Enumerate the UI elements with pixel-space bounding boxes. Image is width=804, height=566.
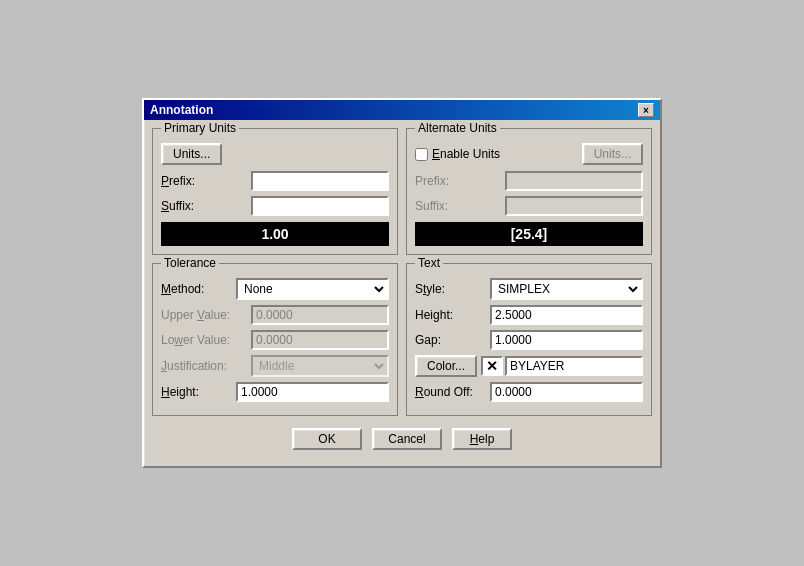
lower-value-row: Lower Value: xyxy=(161,330,389,350)
primary-units-btn-row: Units... xyxy=(161,143,389,165)
lower-value-label: Lower Value: xyxy=(161,333,251,347)
primary-suffix-label: Suffix: xyxy=(161,199,251,213)
color-row: Color... ✕ xyxy=(415,355,643,377)
text-height-row: Height: xyxy=(415,305,643,325)
gap-row: Gap: xyxy=(415,330,643,350)
lower-value-field xyxy=(251,330,389,350)
enable-units-label: Enable Units xyxy=(432,147,500,161)
dialog-content: Primary Units Units... Prefix: Suffix: xyxy=(144,120,660,466)
color-button[interactable]: Color... xyxy=(415,355,477,377)
text-group: Text Style: SIMPLEX STANDARD ROMANC ROMA… xyxy=(406,263,652,416)
gap-input[interactable] xyxy=(490,330,643,350)
upper-value-input[interactable] xyxy=(251,305,389,325)
button-row: OK Cancel Help xyxy=(152,424,652,458)
round-off-input[interactable] xyxy=(490,382,643,402)
alternate-units-legend: Alternate Units xyxy=(415,121,500,135)
tol-height-field xyxy=(236,382,389,402)
gap-field xyxy=(490,330,643,350)
style-label: Style: xyxy=(415,282,490,296)
justification-select[interactable]: Middle Top Bottom xyxy=(251,355,389,377)
primary-preview: 1.00 xyxy=(161,222,389,246)
method-select[interactable]: None Symmetrical Deviation Limits Basic xyxy=(236,278,389,300)
text-legend: Text xyxy=(415,256,443,270)
primary-prefix-row: Prefix: xyxy=(161,171,389,191)
tol-height-label: Height: xyxy=(161,385,236,399)
alt-suffix-input[interactable] xyxy=(505,196,643,216)
alt-preview: [25.4] xyxy=(415,222,643,246)
enable-units-checkbox[interactable] xyxy=(415,148,428,161)
color-x-icon: ✕ xyxy=(481,356,503,376)
primary-units-button[interactable]: Units... xyxy=(161,143,222,165)
text-height-input[interactable] xyxy=(490,305,643,325)
dialog-title: Annotation xyxy=(150,103,213,117)
alt-suffix-field xyxy=(505,196,643,216)
enable-units-row: Enable Units Units... xyxy=(415,143,643,165)
top-row: Primary Units Units... Prefix: Suffix: xyxy=(152,128,652,255)
alternate-units-button[interactable]: Units... xyxy=(582,143,643,165)
method-row: Method: None Symmetrical Deviation Limit… xyxy=(161,278,389,300)
bottom-row: Tolerance Method: None Symmetrical Devia… xyxy=(152,263,652,416)
primary-prefix-input[interactable] xyxy=(251,171,389,191)
ok-button[interactable]: OK xyxy=(292,428,362,450)
style-field: SIMPLEX STANDARD ROMANC ROMAND xyxy=(490,278,643,300)
round-off-row: Round Off: xyxy=(415,382,643,402)
cancel-button[interactable]: Cancel xyxy=(372,428,442,450)
primary-suffix-input[interactable] xyxy=(251,196,389,216)
alt-prefix-row: Prefix: xyxy=(415,171,643,191)
upper-value-label: Upper Value: xyxy=(161,308,251,322)
tolerance-group: Tolerance Method: None Symmetrical Devia… xyxy=(152,263,398,416)
method-label: Method: xyxy=(161,282,236,296)
alternate-units-group: Alternate Units Enable Units Units... Pr… xyxy=(406,128,652,255)
alt-prefix-field xyxy=(505,171,643,191)
primary-units-group: Primary Units Units... Prefix: Suffix: xyxy=(152,128,398,255)
gap-label: Gap: xyxy=(415,333,490,347)
round-off-label: Round Off: xyxy=(415,385,490,399)
justification-label: Justification: xyxy=(161,359,251,373)
close-button[interactable]: × xyxy=(638,103,654,117)
primary-suffix-field xyxy=(251,196,389,216)
alt-prefix-input[interactable] xyxy=(505,171,643,191)
color-input-row: ✕ xyxy=(481,356,643,376)
help-button[interactable]: Help xyxy=(452,428,512,450)
alt-suffix-label: Suffix: xyxy=(415,199,505,213)
primary-units-legend: Primary Units xyxy=(161,121,239,135)
alt-suffix-row: Suffix: xyxy=(415,196,643,216)
round-off-field xyxy=(490,382,643,402)
text-height-label: Height: xyxy=(415,308,490,322)
justification-field: Middle Top Bottom xyxy=(251,355,389,377)
primary-prefix-field xyxy=(251,171,389,191)
tol-height-input[interactable] xyxy=(236,382,389,402)
color-input[interactable] xyxy=(505,356,643,376)
text-height-field xyxy=(490,305,643,325)
upper-value-row: Upper Value: xyxy=(161,305,389,325)
alt-prefix-label: Prefix: xyxy=(415,174,505,188)
upper-value-field xyxy=(251,305,389,325)
annotation-dialog: Annotation × Primary Units Units... Pref… xyxy=(142,98,662,468)
lower-value-input[interactable] xyxy=(251,330,389,350)
tol-height-row: Height: xyxy=(161,382,389,402)
title-bar: Annotation × xyxy=(144,100,660,120)
style-row: Style: SIMPLEX STANDARD ROMANC ROMAND xyxy=(415,278,643,300)
tolerance-legend: Tolerance xyxy=(161,256,219,270)
primary-suffix-row: Suffix: xyxy=(161,196,389,216)
method-field: None Symmetrical Deviation Limits Basic xyxy=(236,278,389,300)
primary-prefix-label: Prefix: xyxy=(161,174,251,188)
justification-row: Justification: Middle Top Bottom xyxy=(161,355,389,377)
style-select[interactable]: SIMPLEX STANDARD ROMANC ROMAND xyxy=(490,278,643,300)
